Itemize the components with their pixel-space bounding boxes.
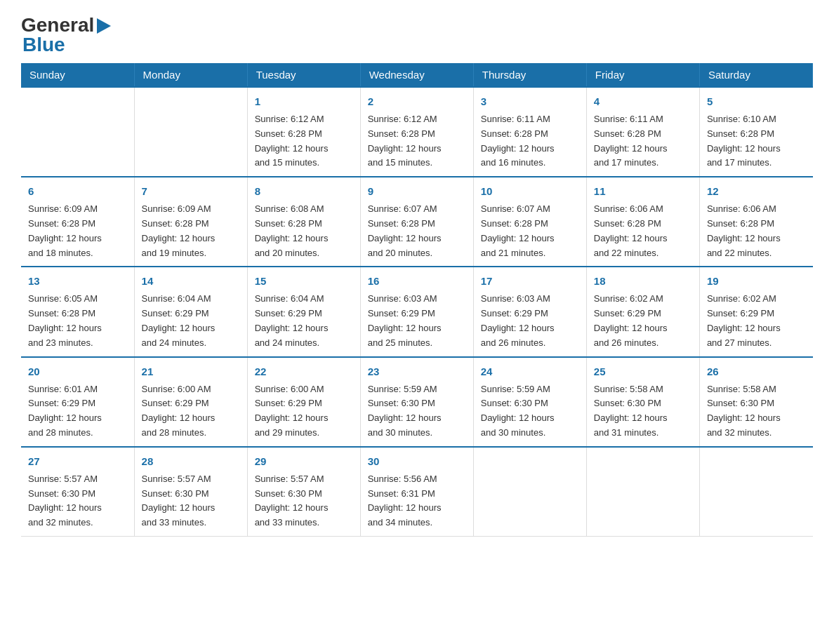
calendar-cell: 18Sunrise: 6:02 AMSunset: 6:29 PMDayligh… bbox=[586, 267, 699, 356]
calendar-cell: 6Sunrise: 6:09 AMSunset: 6:28 PMDaylight… bbox=[21, 177, 134, 267]
day-number: 15 bbox=[255, 273, 353, 290]
day-info: Sunrise: 5:57 AMSunset: 6:30 PMDaylight:… bbox=[28, 472, 127, 530]
day-info: Sunrise: 5:59 AMSunset: 6:30 PMDaylight:… bbox=[481, 382, 579, 441]
header-cell-sunday: Sunday bbox=[21, 63, 134, 87]
calendar-cell: 5Sunrise: 6:10 AMSunset: 6:28 PMDaylight… bbox=[699, 87, 812, 177]
calendar-week-2: 6Sunrise: 6:09 AMSunset: 6:28 PMDaylight… bbox=[21, 177, 813, 267]
logo-arrow-icon bbox=[97, 18, 111, 34]
calendar-cell: 13Sunrise: 6:05 AMSunset: 6:28 PMDayligh… bbox=[21, 267, 134, 356]
day-info: Sunrise: 5:57 AMSunset: 6:30 PMDaylight:… bbox=[142, 472, 240, 530]
day-number: 10 bbox=[481, 183, 579, 200]
header-cell-tuesday: Tuesday bbox=[247, 63, 360, 87]
day-number: 20 bbox=[28, 363, 127, 380]
calendar-cell: 29Sunrise: 5:57 AMSunset: 6:30 PMDayligh… bbox=[247, 447, 360, 537]
calendar-cell: 3Sunrise: 6:11 AMSunset: 6:28 PMDaylight… bbox=[473, 87, 586, 177]
calendar-cell: 7Sunrise: 6:09 AMSunset: 6:28 PMDaylight… bbox=[134, 177, 247, 267]
calendar-cell: 19Sunrise: 6:02 AMSunset: 6:29 PMDayligh… bbox=[699, 267, 812, 356]
calendar-cell bbox=[21, 87, 134, 177]
calendar-cell: 26Sunrise: 5:58 AMSunset: 6:30 PMDayligh… bbox=[699, 357, 812, 447]
calendar-cell: 8Sunrise: 6:08 AMSunset: 6:28 PMDaylight… bbox=[247, 177, 360, 267]
calendar-cell bbox=[473, 447, 586, 537]
calendar-cell: 2Sunrise: 6:12 AMSunset: 6:28 PMDaylight… bbox=[360, 87, 473, 177]
day-number: 18 bbox=[594, 273, 692, 290]
day-info: Sunrise: 6:11 AMSunset: 6:28 PMDaylight:… bbox=[594, 112, 692, 170]
day-info: Sunrise: 6:04 AMSunset: 6:29 PMDaylight:… bbox=[255, 292, 353, 350]
header-cell-saturday: Saturday bbox=[699, 63, 812, 87]
calendar-cell: 20Sunrise: 6:01 AMSunset: 6:29 PMDayligh… bbox=[21, 357, 134, 447]
calendar-cell bbox=[134, 87, 247, 177]
calendar-header: SundayMondayTuesdayWednesdayThursdayFrid… bbox=[21, 63, 813, 87]
day-number: 3 bbox=[481, 93, 579, 110]
calendar-week-1: 1Sunrise: 6:12 AMSunset: 6:28 PMDaylight… bbox=[21, 87, 813, 177]
day-number: 30 bbox=[368, 453, 466, 470]
calendar-table: SundayMondayTuesdayWednesdayThursdayFrid… bbox=[21, 63, 813, 537]
day-info: Sunrise: 6:01 AMSunset: 6:29 PMDaylight:… bbox=[28, 382, 127, 441]
day-info: Sunrise: 6:12 AMSunset: 6:28 PMDaylight:… bbox=[255, 112, 353, 170]
logo: General Blue bbox=[21, 14, 111, 56]
day-number: 17 bbox=[481, 273, 579, 290]
day-info: Sunrise: 6:02 AMSunset: 6:29 PMDaylight:… bbox=[594, 292, 692, 350]
day-info: Sunrise: 6:09 AMSunset: 6:28 PMDaylight:… bbox=[28, 202, 127, 260]
day-number: 6 bbox=[28, 183, 127, 200]
header-cell-wednesday: Wednesday bbox=[360, 63, 473, 87]
header-cell-friday: Friday bbox=[586, 63, 699, 87]
day-number: 4 bbox=[594, 93, 692, 110]
day-info: Sunrise: 6:03 AMSunset: 6:29 PMDaylight:… bbox=[481, 292, 579, 350]
calendar-cell: 23Sunrise: 5:59 AMSunset: 6:30 PMDayligh… bbox=[360, 357, 473, 447]
svg-marker-0 bbox=[97, 18, 111, 34]
calendar-week-3: 13Sunrise: 6:05 AMSunset: 6:28 PMDayligh… bbox=[21, 267, 813, 356]
day-info: Sunrise: 6:06 AMSunset: 6:28 PMDaylight:… bbox=[594, 202, 692, 260]
day-number: 7 bbox=[142, 183, 240, 200]
day-info: Sunrise: 6:09 AMSunset: 6:28 PMDaylight:… bbox=[142, 202, 240, 260]
calendar-cell: 1Sunrise: 6:12 AMSunset: 6:28 PMDaylight… bbox=[247, 87, 360, 177]
calendar-cell: 16Sunrise: 6:03 AMSunset: 6:29 PMDayligh… bbox=[360, 267, 473, 356]
day-info: Sunrise: 6:07 AMSunset: 6:28 PMDaylight:… bbox=[368, 202, 466, 260]
day-number: 5 bbox=[707, 93, 806, 110]
day-info: Sunrise: 6:08 AMSunset: 6:28 PMDaylight:… bbox=[255, 202, 353, 260]
day-number: 2 bbox=[368, 93, 466, 110]
calendar-cell: 24Sunrise: 5:59 AMSunset: 6:30 PMDayligh… bbox=[473, 357, 586, 447]
day-info: Sunrise: 5:58 AMSunset: 6:30 PMDaylight:… bbox=[594, 382, 692, 441]
calendar-week-4: 20Sunrise: 6:01 AMSunset: 6:29 PMDayligh… bbox=[21, 357, 813, 447]
page-header: General Blue bbox=[21, 14, 813, 56]
day-number: 12 bbox=[707, 183, 806, 200]
day-number: 22 bbox=[255, 363, 353, 380]
calendar-cell: 4Sunrise: 6:11 AMSunset: 6:28 PMDaylight… bbox=[586, 87, 699, 177]
calendar-cell: 21Sunrise: 6:00 AMSunset: 6:29 PMDayligh… bbox=[134, 357, 247, 447]
day-info: Sunrise: 5:57 AMSunset: 6:30 PMDaylight:… bbox=[255, 472, 353, 530]
day-info: Sunrise: 5:59 AMSunset: 6:30 PMDaylight:… bbox=[368, 382, 466, 441]
calendar-cell: 12Sunrise: 6:06 AMSunset: 6:28 PMDayligh… bbox=[699, 177, 812, 267]
day-info: Sunrise: 6:12 AMSunset: 6:28 PMDaylight:… bbox=[368, 112, 466, 170]
calendar-cell: 28Sunrise: 5:57 AMSunset: 6:30 PMDayligh… bbox=[134, 447, 247, 537]
day-number: 23 bbox=[368, 363, 466, 380]
day-number: 28 bbox=[142, 453, 240, 470]
day-info: Sunrise: 6:03 AMSunset: 6:29 PMDaylight:… bbox=[368, 292, 466, 350]
calendar-cell: 17Sunrise: 6:03 AMSunset: 6:29 PMDayligh… bbox=[473, 267, 586, 356]
day-info: Sunrise: 6:02 AMSunset: 6:29 PMDaylight:… bbox=[707, 292, 806, 350]
logo-blue: Blue bbox=[22, 34, 65, 56]
day-number: 19 bbox=[707, 273, 806, 290]
day-number: 1 bbox=[255, 93, 353, 110]
day-number: 13 bbox=[28, 273, 127, 290]
day-info: Sunrise: 6:07 AMSunset: 6:28 PMDaylight:… bbox=[481, 202, 579, 260]
calendar-week-5: 27Sunrise: 5:57 AMSunset: 6:30 PMDayligh… bbox=[21, 447, 813, 537]
calendar-cell: 14Sunrise: 6:04 AMSunset: 6:29 PMDayligh… bbox=[134, 267, 247, 356]
header-cell-thursday: Thursday bbox=[473, 63, 586, 87]
day-number: 21 bbox=[142, 363, 240, 380]
day-info: Sunrise: 5:58 AMSunset: 6:30 PMDaylight:… bbox=[707, 382, 806, 441]
calendar-body: 1Sunrise: 6:12 AMSunset: 6:28 PMDaylight… bbox=[21, 87, 813, 536]
day-info: Sunrise: 6:05 AMSunset: 6:28 PMDaylight:… bbox=[28, 292, 127, 350]
day-number: 8 bbox=[255, 183, 353, 200]
day-info: Sunrise: 6:04 AMSunset: 6:29 PMDaylight:… bbox=[142, 292, 240, 350]
day-number: 9 bbox=[368, 183, 466, 200]
day-number: 27 bbox=[28, 453, 127, 470]
day-info: Sunrise: 6:00 AMSunset: 6:29 PMDaylight:… bbox=[255, 382, 353, 441]
day-number: 29 bbox=[255, 453, 353, 470]
day-number: 26 bbox=[707, 363, 806, 380]
day-info: Sunrise: 6:06 AMSunset: 6:28 PMDaylight:… bbox=[707, 202, 806, 260]
day-number: 11 bbox=[594, 183, 692, 200]
calendar-cell: 27Sunrise: 5:57 AMSunset: 6:30 PMDayligh… bbox=[21, 447, 134, 537]
calendar-cell: 11Sunrise: 6:06 AMSunset: 6:28 PMDayligh… bbox=[586, 177, 699, 267]
day-info: Sunrise: 6:11 AMSunset: 6:28 PMDaylight:… bbox=[481, 112, 579, 170]
day-info: Sunrise: 5:56 AMSunset: 6:31 PMDaylight:… bbox=[368, 472, 466, 530]
